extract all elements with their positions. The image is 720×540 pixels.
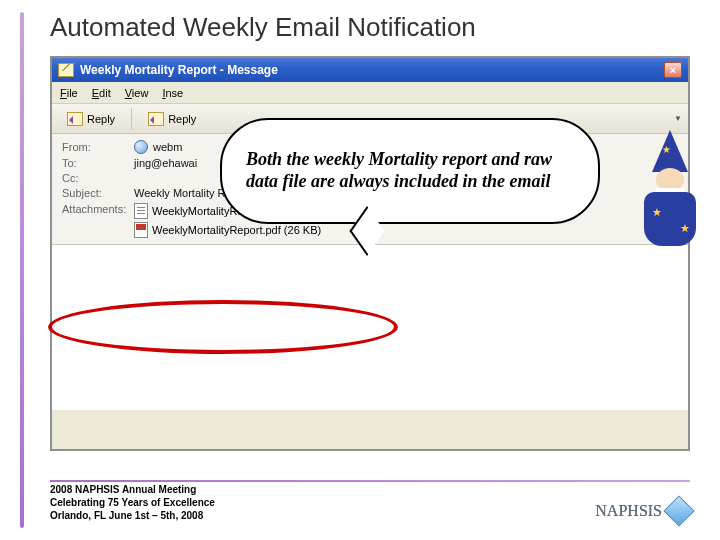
window-title: Weekly Mortality Report - Message: [80, 63, 658, 77]
menu-insert[interactable]: Inse: [162, 87, 183, 99]
to-label: To:: [62, 157, 134, 169]
reply-all-icon: [148, 112, 164, 126]
menu-file[interactable]: FFileile: [60, 87, 78, 99]
reply-all-button[interactable]: Reply: [139, 109, 205, 129]
footer-line1: 2008 NAPHSIS Annual Meeting: [50, 483, 215, 496]
naphsis-logo: NAPHSIS: [595, 500, 690, 522]
titlebar[interactable]: Weekly Mortality Report - Message ×: [52, 58, 688, 82]
to-value: jing@ehawai: [134, 157, 197, 169]
slide-decoration: [20, 12, 24, 528]
attachments-label: Attachments:: [62, 203, 134, 215]
footer-divider: [50, 480, 690, 482]
attachment-name: WeeklyMortalityReport.pdf (26 KB): [152, 224, 321, 236]
txt-file-icon: [134, 203, 148, 219]
pdf-file-icon: [134, 222, 148, 238]
footer-line2: Celebrating 75 Years of Excellence: [50, 496, 215, 509]
from-label: From:: [62, 141, 134, 153]
globe-icon: [134, 140, 148, 154]
close-icon[interactable]: ×: [664, 62, 682, 78]
from-value: webm: [153, 141, 182, 153]
reply-icon: [67, 112, 83, 126]
wizard-character-icon: ★: [634, 130, 706, 250]
callout-text: Both the weekly Mortality report and raw…: [246, 149, 574, 192]
callout-bubble: Both the weekly Mortality report and raw…: [220, 118, 600, 224]
email-body[interactable]: [52, 245, 688, 410]
email-window: Weekly Mortality Report - Message × FFil…: [50, 56, 690, 451]
menu-edit[interactable]: Edit: [92, 87, 111, 99]
menu-view[interactable]: View: [125, 87, 149, 99]
footer-line3: Orlando, FL June 1st – 5th, 2008: [50, 509, 215, 522]
slide-title: Automated Weekly Email Notification: [50, 12, 694, 43]
logo-text: NAPHSIS: [595, 502, 662, 520]
diamond-icon: [663, 495, 694, 526]
subject-label: Subject:: [62, 187, 134, 199]
toolbar-overflow-icon[interactable]: ▼: [674, 114, 682, 123]
attachment-pdf[interactable]: WeeklyMortalityReport.pdf (26 KB): [134, 222, 321, 238]
cc-label: Cc:: [62, 172, 134, 184]
menu-bar: FFileile Edit View Inse: [52, 82, 688, 104]
reply-button[interactable]: Reply: [58, 109, 124, 129]
toolbar-separator: [131, 108, 132, 130]
mail-icon: [58, 63, 74, 77]
slide-footer: 2008 NAPHSIS Annual Meeting Celebrating …: [50, 483, 690, 522]
